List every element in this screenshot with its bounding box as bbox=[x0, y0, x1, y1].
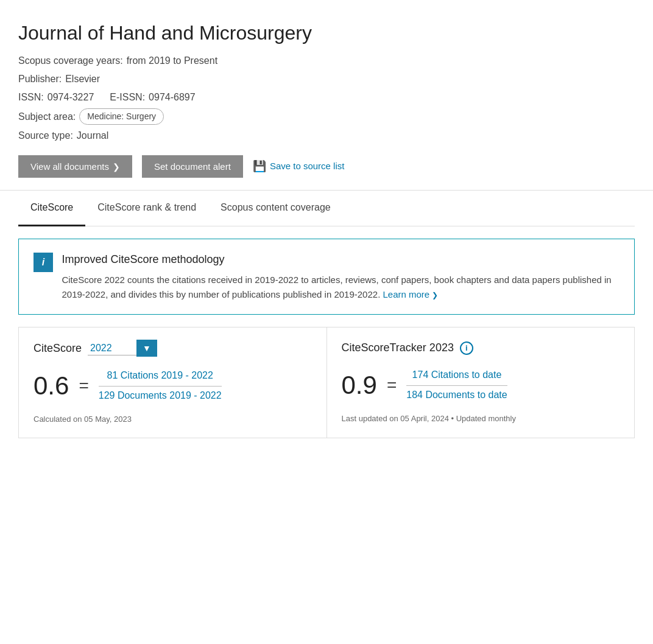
tracker-citations-numerator[interactable]: 174 Citations to date bbox=[406, 368, 507, 383]
citescore-footnote: Calculated on 05 May, 2023 bbox=[34, 413, 312, 425]
tab-citescore-label: CiteScore bbox=[30, 202, 73, 212]
tracker-title-text: CiteScoreTracker 2023 bbox=[342, 340, 454, 356]
citescore-value: 0.6 bbox=[34, 366, 69, 405]
set-alert-label: Set document alert bbox=[154, 161, 231, 172]
citations-numerator[interactable]: 81 Citations 2019 - 2022 bbox=[99, 368, 222, 384]
subject-label: Subject area: bbox=[18, 110, 76, 124]
issn-label: ISSN: bbox=[18, 90, 44, 105]
chevron-right-icon: ❯ bbox=[113, 162, 120, 172]
tracker-fraction-line bbox=[406, 385, 507, 386]
publisher-row: Publisher: Elsevier bbox=[18, 72, 635, 86]
view-all-docs-button[interactable]: View all documents ❯ bbox=[18, 155, 132, 178]
learn-more-link[interactable]: Learn more ❯ bbox=[383, 289, 439, 299]
tracker-equals-sign: = bbox=[387, 373, 397, 398]
documents-label: 129 Documents 2019 - 2022 bbox=[99, 390, 222, 401]
journal-title: Journal of Hand and Microsurgery bbox=[18, 18, 635, 47]
tracker-documents-label: 184 Documents to date bbox=[406, 390, 507, 400]
set-document-alert-button[interactable]: Set document alert bbox=[142, 155, 243, 178]
tracker-info-icon[interactable]: i bbox=[460, 341, 473, 355]
actions-row: View all documents ❯ Set document alert … bbox=[18, 155, 635, 178]
tabs-row: CiteScore CiteScore rank & trend Scopus … bbox=[18, 191, 635, 226]
info-box-title: Improved CiteScore methodology bbox=[62, 251, 617, 268]
tracker-documents-denominator[interactable]: 184 Documents to date bbox=[406, 388, 507, 402]
learn-more-label: Learn more bbox=[383, 289, 430, 299]
issn-value: 0974-3227 bbox=[48, 90, 94, 105]
publisher-value: Elsevier bbox=[65, 72, 100, 86]
tracker-fraction: 0.9 = 174 Citations to date 184 Document… bbox=[342, 366, 620, 404]
info-box-body: CiteScore 2022 counts the citations rece… bbox=[62, 275, 611, 299]
subject-badge[interactable]: Medicine: Surgery bbox=[79, 108, 164, 125]
view-all-docs-label: View all documents bbox=[30, 161, 109, 172]
info-box-text: CiteScore 2022 counts the citations rece… bbox=[62, 273, 617, 302]
documents-denominator[interactable]: 129 Documents 2019 - 2022 bbox=[99, 388, 222, 403]
tracker-fraction-wrapper: 174 Citations to date 184 Documents to d… bbox=[406, 368, 507, 402]
content-section: i Improved CiteScore methodology CiteSco… bbox=[0, 226, 653, 450]
chevron-down-icon: ▼ bbox=[143, 343, 151, 353]
scopus-value: from 2019 to Present bbox=[127, 54, 217, 68]
subject-row: Subject area: Medicine: Surgery bbox=[18, 108, 635, 125]
issn-row: ISSN: 0974-3227 E-ISSN: 0974-6897 bbox=[18, 90, 635, 105]
scopus-coverage-row: Scopus coverage years: from 2019 to Pres… bbox=[18, 54, 635, 68]
eissn-value: 0974-6897 bbox=[149, 90, 196, 105]
citescore-panel: CiteScore ▼ 0.6 = 81 Citations 2019 - 20… bbox=[19, 327, 327, 438]
tracker-documents-link[interactable]: 184 Documents to date bbox=[406, 390, 507, 400]
citations-label: 81 Citations 2019 - 2022 bbox=[107, 370, 213, 380]
fraction-wrapper: 81 Citations 2019 - 2022 129 Documents 2… bbox=[99, 368, 222, 403]
tabs-section: CiteScore CiteScore rank & trend Scopus … bbox=[0, 191, 653, 226]
tab-coverage-label: Scopus content coverage bbox=[221, 202, 331, 212]
tab-citescore[interactable]: CiteScore bbox=[18, 191, 85, 226]
tracker-value: 0.9 bbox=[342, 366, 377, 404]
save-to-source-link[interactable]: 💾 Save to source list bbox=[253, 158, 345, 175]
source-type-row: Source type: Journal bbox=[18, 128, 635, 143]
scopus-label: Scopus coverage years: bbox=[18, 54, 123, 68]
source-type-value: Journal bbox=[77, 128, 108, 143]
tracker-citations-label: 174 Citations to date bbox=[412, 369, 502, 380]
eissn-label: E-ISSN: bbox=[110, 90, 145, 105]
year-select[interactable]: ▼ bbox=[88, 340, 157, 357]
info-content: Improved CiteScore methodology CiteScore… bbox=[62, 251, 617, 302]
tracker-footnote: Last updated on 05 April, 2024 • Updated… bbox=[342, 413, 620, 425]
tracker-panel-title: CiteScoreTracker 2023 i bbox=[342, 340, 620, 356]
citescore-title-text: CiteScore bbox=[34, 340, 82, 357]
source-type-label: Source type: bbox=[18, 128, 73, 143]
tab-coverage[interactable]: Scopus content coverage bbox=[208, 191, 343, 226]
info-box: i Improved CiteScore methodology CiteSco… bbox=[18, 239, 635, 315]
tracker-panel: CiteScoreTracker 2023 i 0.9 = 174 Citati… bbox=[327, 327, 635, 438]
citescore-fraction: 0.6 = 81 Citations 2019 - 2022 129 Docum… bbox=[34, 366, 312, 405]
citescore-panel-title: CiteScore ▼ bbox=[34, 340, 312, 357]
year-input[interactable] bbox=[88, 341, 136, 355]
tracker-citations-link[interactable]: 174 Citations to date bbox=[412, 369, 502, 380]
save-to-source-label: Save to source list bbox=[270, 159, 345, 173]
documents-link[interactable]: 129 Documents 2019 - 2022 bbox=[99, 390, 222, 401]
info-icon: i bbox=[34, 253, 53, 272]
tab-rank-trend[interactable]: CiteScore rank & trend bbox=[85, 191, 208, 226]
save-icon: 💾 bbox=[253, 158, 266, 175]
scores-row: CiteScore ▼ 0.6 = 81 Citations 2019 - 20… bbox=[18, 327, 635, 438]
chevron-right-icon-learn: ❯ bbox=[432, 291, 438, 299]
citations-link[interactable]: 81 Citations 2019 - 2022 bbox=[107, 370, 213, 380]
fraction-line bbox=[99, 386, 222, 387]
year-dropdown-button[interactable]: ▼ bbox=[136, 340, 157, 357]
tab-rank-trend-label: CiteScore rank & trend bbox=[97, 202, 196, 212]
publisher-label: Publisher: bbox=[18, 72, 62, 86]
equals-sign: = bbox=[79, 373, 88, 399]
